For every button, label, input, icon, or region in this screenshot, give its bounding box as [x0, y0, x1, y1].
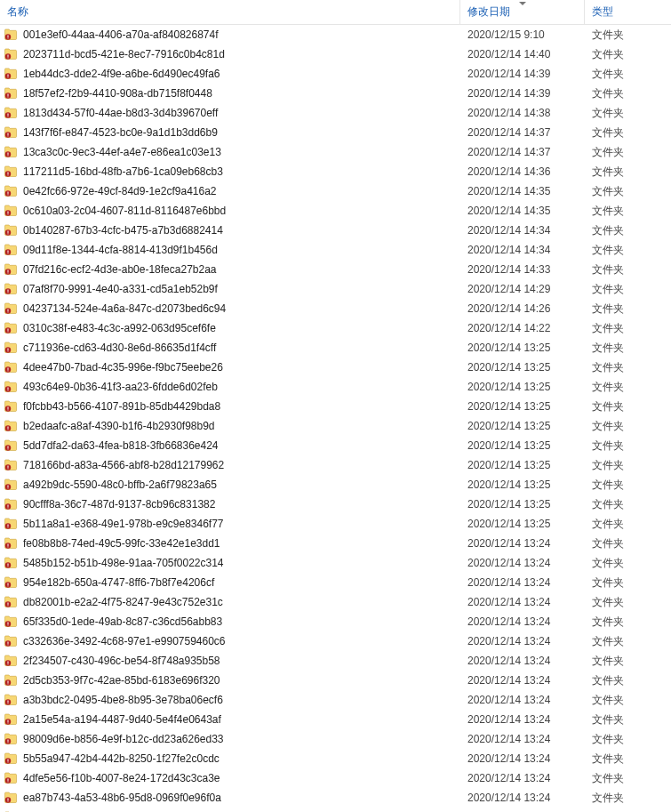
- cell-date: 2020/12/14 14:26: [460, 302, 585, 315]
- table-row[interactable]: 143f7f6f-e847-4523-bc0e-9a1d1b3dd6b92020…: [0, 123, 671, 142]
- cell-date: 2020/12/14 13:25: [460, 518, 585, 530]
- table-row[interactable]: 718166bd-a83a-4566-abf8-b28d121799622020…: [0, 455, 671, 475]
- cell-type: 文件夹: [585, 106, 671, 121]
- table-row[interactable]: 2023711d-bcd5-421e-8ec7-7916c0b4c81d2020…: [0, 44, 671, 64]
- cell-type: 文件夹: [585, 556, 671, 571]
- svg-rect-38: [8, 272, 9, 273]
- cell-date: 2020/12/14 13:24: [460, 615, 585, 628]
- table-row[interactable]: 18f57ef2-f2b9-4410-908a-db715f8f04482020…: [0, 84, 671, 103]
- table-row[interactable]: c332636e-3492-4c68-97e1-e990759460c62020…: [0, 631, 671, 651]
- file-name-label: a3b3bdc2-0495-4be8-8b95-3e78ba06ecf6: [23, 694, 223, 706]
- table-row[interactable]: fe08b8b8-74ed-49c5-99fc-33e42e1e3dd12020…: [0, 534, 671, 553]
- cell-type: 文件夹: [585, 262, 671, 277]
- table-row[interactable]: c711936e-cd63-4d30-8e6d-86635d1f4cff2020…: [0, 338, 671, 358]
- cell-date: 2020/12/14 14:40: [460, 48, 585, 60]
- cell-date: 2020/12/14 13:24: [460, 596, 585, 608]
- table-row[interactable]: ea87b743-4a53-48b6-95d8-0969f0e96f0a2020…: [0, 788, 671, 808]
- file-name-label: c332636e-3492-4c68-97e1-e990759460c6: [23, 635, 226, 647]
- table-row[interactable]: 5b55a947-42b4-442b-8250-1f27fe2c0cdc2020…: [0, 749, 671, 768]
- cell-name: 1eb44dc3-dde2-4f9e-a6be-6d490ec49fa6: [4, 67, 460, 81]
- svg-rect-79: [8, 544, 9, 546]
- table-row[interactable]: 2b693379-549b-4070-9940-eeb9f26802d92020…: [0, 808, 671, 812]
- table-row[interactable]: 04237134-524e-4a6a-847c-d2073bed6c942020…: [0, 299, 671, 318]
- column-header-row: 名称 修改日期 类型: [0, 0, 671, 25]
- cell-date: 2020/12/14 14:37: [460, 146, 585, 158]
- table-row[interactable]: f0fcbb43-b566-4107-891b-85db4429bda82020…: [0, 397, 671, 416]
- cell-date: 2020/12/14 13:25: [460, 459, 585, 471]
- cell-type: 文件夹: [585, 752, 671, 767]
- svg-rect-115: [8, 779, 9, 781]
- svg-rect-23: [8, 174, 9, 175]
- cell-name: fe08b8b8-74ed-49c5-99fc-33e42e1e3dd1: [4, 536, 460, 551]
- cell-name: 718166bd-a83a-4566-abf8-b28d12179962: [4, 458, 460, 472]
- cell-type: 文件夹: [585, 595, 671, 610]
- table-row[interactable]: 5b11a8a1-e368-49e1-978b-e9c9e8346f772020…: [0, 514, 671, 534]
- cell-name: 98009d6e-b856-4e9f-b12c-dd23a626ed33: [4, 732, 460, 746]
- table-row[interactable]: 5485b152-b51b-498e-91aa-705f0022c3142020…: [0, 553, 671, 573]
- file-name-label: 07af8f70-9991-4e40-a331-cd5a1eb52b9f: [23, 283, 218, 295]
- folder-warning-icon: [4, 595, 18, 609]
- table-row[interactable]: 2d5cb353-9f7c-42ae-85bd-6183e696f3202020…: [0, 671, 671, 690]
- svg-rect-19: [8, 153, 9, 155]
- table-row[interactable]: 4dfe5e56-f10b-4007-8e24-172d43c3ca3e2020…: [0, 768, 671, 788]
- table-row[interactable]: 493c64e9-0b36-41f3-aa23-6fdde6d02feb2020…: [0, 377, 671, 397]
- cell-date: 2020/12/14 14:35: [460, 205, 585, 217]
- cell-date: 2020/12/14 13:24: [460, 752, 585, 765]
- svg-rect-82: [8, 564, 9, 566]
- cell-type: 文件夹: [585, 243, 671, 258]
- table-row[interactable]: 0e42fc66-972e-49cf-84d9-1e2cf9a416a22020…: [0, 181, 671, 201]
- folder-warning-icon: [4, 165, 18, 179]
- cell-type: 文件夹: [585, 86, 671, 101]
- folder-warning-icon: [4, 204, 18, 218]
- table-row[interactable]: b2edaafc-a8af-4390-b1f6-4b2930f98b9d2020…: [0, 416, 671, 436]
- column-header-name[interactable]: 名称: [0, 0, 460, 24]
- table-row[interactable]: 90cfff8a-36c7-487d-9137-8cb96c8313822020…: [0, 494, 671, 514]
- cell-name: 143f7f6f-e847-4523-bc0e-9a1d1b3dd6b9: [4, 125, 460, 140]
- table-row[interactable]: 954e182b-650a-4747-8ff6-7b8f7e4206cf2020…: [0, 573, 671, 592]
- table-row[interactable]: 1813d434-57f0-44ae-b8d3-3d4b39670eff2020…: [0, 103, 671, 123]
- table-row[interactable]: a492b9dc-5590-48c0-bffb-2a6f79823a652020…: [0, 475, 671, 494]
- table-row[interactable]: db82001b-e2a2-4f75-8247-9e43c752e31c2020…: [0, 592, 671, 612]
- file-name-label: 13ca3c0c-9ec3-44ef-a4e7-e86ea1c03e13: [23, 146, 221, 158]
- svg-rect-20: [8, 155, 9, 156]
- table-row[interactable]: 13ca3c0c-9ec3-44ef-a4e7-e86ea1c03e132020…: [0, 142, 671, 162]
- table-row[interactable]: 07af8f70-9991-4e40-a331-cd5a1eb52b9f2020…: [0, 279, 671, 299]
- table-row[interactable]: 2f234507-c430-496c-be54-8f748a935b582020…: [0, 651, 671, 671]
- cell-date: 2020/12/14 13:24: [460, 713, 585, 726]
- table-row[interactable]: 001e3ef0-44aa-4406-a70a-af840826874f2020…: [0, 25, 671, 44]
- cell-date: 2020/12/15 9:10: [460, 28, 585, 41]
- cell-name: c332636e-3492-4c68-97e1-e990759460c6: [4, 634, 460, 648]
- svg-rect-49: [8, 349, 9, 350]
- cell-type: 文件夹: [585, 145, 671, 160]
- folder-warning-icon: [4, 478, 18, 492]
- table-row[interactable]: 5dd7dfa2-da63-4fea-b818-3fb66836e4242020…: [0, 436, 671, 455]
- table-row[interactable]: 09d11f8e-1344-4cfa-8814-413d9f1b456d2020…: [0, 240, 671, 260]
- sort-descending-icon: [519, 2, 526, 5]
- table-row[interactable]: a3b3bdc2-0495-4be8-8b95-3e78ba06ecf62020…: [0, 690, 671, 710]
- svg-rect-16: [8, 133, 9, 135]
- svg-rect-5: [8, 57, 9, 58]
- table-row[interactable]: 117211d5-16bd-48fb-a7b6-1ca09eb68cb32020…: [0, 162, 671, 181]
- svg-rect-101: [8, 683, 9, 684]
- table-row[interactable]: 07fd216c-ecf2-4d3e-ab0e-18feca27b2aa2020…: [0, 260, 671, 279]
- svg-rect-62: [8, 429, 9, 430]
- table-row[interactable]: 0c610a03-2c04-4607-811d-8116487e6bbd2020…: [0, 201, 671, 221]
- svg-rect-35: [8, 253, 9, 253]
- table-row[interactable]: 1eb44dc3-dde2-4f9e-a6be-6d490ec49fa62020…: [0, 64, 671, 84]
- svg-rect-92: [8, 624, 9, 625]
- table-row[interactable]: 65f335d0-1ede-49ab-8c87-c36cd56abb832020…: [0, 612, 671, 631]
- table-row[interactable]: 0310c38f-e483-4c3c-a992-063d95cef6fe2020…: [0, 318, 671, 338]
- table-row[interactable]: 4dee47b0-7bad-4c35-996e-f9bc75eebe262020…: [0, 358, 671, 377]
- cell-date: 2020/12/14 13:24: [460, 674, 585, 687]
- folder-warning-icon: [4, 791, 18, 805]
- table-row[interactable]: 2a15e54a-a194-4487-9d40-5e4f4e0643af2020…: [0, 710, 671, 729]
- column-header-type[interactable]: 类型: [585, 0, 671, 24]
- cell-type: 文件夹: [585, 380, 671, 395]
- cell-name: 001e3ef0-44aa-4406-a70a-af840826874f: [4, 28, 460, 42]
- table-row[interactable]: 98009d6e-b856-4e9f-b12c-dd23a626ed332020…: [0, 729, 671, 749]
- svg-rect-83: [8, 566, 9, 567]
- column-header-date[interactable]: 修改日期: [460, 0, 585, 24]
- table-row[interactable]: 0b140287-67b3-4cfc-b475-a7b3d68824142020…: [0, 221, 671, 240]
- folder-warning-icon: [4, 693, 18, 707]
- cell-name: 2f234507-c430-496c-be54-8f748a935b58: [4, 654, 460, 668]
